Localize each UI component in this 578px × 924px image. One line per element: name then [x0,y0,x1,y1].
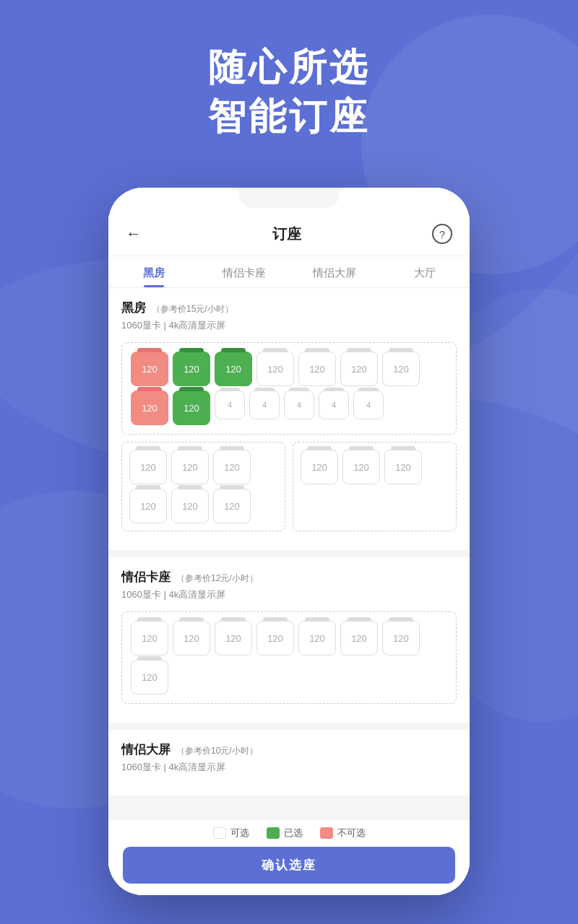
seat-l1-3[interactable]: 120 [213,450,251,484]
legend-available: 可选 [213,827,249,840]
tab-heifang[interactable]: 黑房 [108,256,199,287]
seat-1-3[interactable]: 120 [215,352,252,386]
legend-selected-label: 已选 [284,827,303,840]
section-heifang: 黑房 （参考价15元/小时） 1060显卡 | 4k高清显示屏 120 120 … [108,288,470,550]
seat-1-6[interactable]: 120 [340,352,378,386]
section-qinglv-kazuo-specs: 1060显卡 | 4k高清显示屏 [121,588,457,601]
hero-line1: 随心所选 [208,46,370,88]
seat-2-3[interactable]: 4 [215,391,245,419]
qinglv-kazuo-grid: 120 120 120 120 120 120 120 120 [121,611,457,704]
heifang-right-group: 120 120 120 [293,442,457,531]
phone-notch [238,188,340,208]
legend-available-label: 可选 [230,827,249,840]
tab-qinglv-daping[interactable]: 情侣大屏 [289,256,379,287]
legend-occupied-label: 不可选 [337,827,366,840]
bottom-bar: 可选 已选 不可选 确认选座 [108,819,470,895]
section-qinglv-daping: 情侣大屏 （参考价10元/小时） 1060显卡 | 4k高清显示屏 [108,730,470,796]
section-qinglv-kazuo: 情侣卡座 （参考价12元/小时） 1060显卡 | 4k高清显示屏 120 12… [108,557,470,723]
app-content: ← 订座 ? 黑房 情侣卡座 情侣大屏 大厅 黑房 （参考价15元/小时） 10… [108,188,470,895]
help-button[interactable]: ? [432,224,452,244]
hero-line2: 智能订座 [208,95,370,137]
heifang-grid-two-col: 120 120 120 120 120 120 120 [121,442,457,531]
legend: 可选 已选 不可选 [123,827,455,840]
seat-2-4[interactable]: 4 [249,391,280,419]
section-qinglv-kazuo-title: 情侣卡座 （参考价12元/小时） [121,569,457,585]
section-qinglv-daping-title: 情侣大屏 （参考价10元/小时） [121,741,457,758]
phone-mockup: ← 订座 ? 黑房 情侣卡座 情侣大屏 大厅 黑房 （参考价15元/小时） 10… [108,188,470,895]
seat-1-2[interactable]: 120 [173,352,210,386]
qk-seat-2[interactable]: 120 [173,621,210,655]
seat-1-1[interactable]: 120 [131,352,168,386]
section-heifang-specs: 1060显卡 | 4k高清显示屏 [121,319,457,332]
section-heifang-title: 黑房 （参考价15元/小时） [121,300,457,316]
seat-row-2: 120 120 4 4 4 4 4 [131,391,447,425]
qk-seat-4[interactable]: 120 [256,621,294,655]
qk-seat-6[interactable]: 120 [340,621,378,655]
tab-qinglv-kazuo[interactable]: 情侣卡座 [199,256,289,287]
seat-r1-1[interactable]: 120 [301,450,338,484]
qk-seat-5[interactable]: 120 [298,621,336,655]
confirm-button[interactable]: 确认选座 [123,847,455,884]
qk-seat-8[interactable]: 120 [131,660,168,694]
heifang-left-group: 120 120 120 120 120 120 [121,442,285,531]
seat-l1-2[interactable]: 120 [171,450,209,484]
qk-seat-3[interactable]: 120 [215,621,252,655]
seat-l1-1[interactable]: 120 [129,450,167,484]
seat-2-2[interactable]: 120 [173,391,210,425]
seat-2-7[interactable]: 4 [353,391,384,419]
scroll-area[interactable]: 黑房 （参考价15元/小时） 1060显卡 | 4k高清显示屏 120 120 … [108,288,470,895]
back-button[interactable]: ← [126,225,142,243]
seat-l2-1[interactable]: 120 [129,489,167,523]
hero-section: 随心所选 智能订座 [0,43,578,141]
seat-2-5[interactable]: 4 [284,391,314,419]
seat-row-1: 120 120 120 120 120 120 120 [131,352,447,386]
header-title: 订座 [272,225,301,244]
qk-seat-1[interactable]: 120 [131,621,168,655]
seat-1-5[interactable]: 120 [298,352,336,386]
legend-occupied: 不可选 [320,827,366,840]
seat-2-6[interactable]: 4 [319,391,349,419]
seat-2-1[interactable]: 120 [131,391,168,425]
heifang-grid-main: 120 120 120 120 120 120 120 120 120 4 4 [121,342,457,435]
seat-r1-2[interactable]: 120 [342,450,380,484]
seat-1-7[interactable]: 120 [382,352,420,386]
section-qinglv-daping-specs: 1060显卡 | 4k高清显示屏 [121,761,457,774]
legend-selected: 已选 [267,827,303,840]
seat-l2-3[interactable]: 120 [213,489,251,523]
tabs-bar: 黑房 情侣卡座 情侣大屏 大厅 [108,256,470,288]
legend-box-selected [267,827,280,839]
seat-r1-3[interactable]: 120 [384,450,422,484]
legend-box-occupied [320,827,333,839]
seat-1-4[interactable]: 120 [256,352,294,386]
qk-seat-7[interactable]: 120 [382,621,420,655]
seat-l2-2[interactable]: 120 [171,489,209,523]
qinglv-kazuo-row-1: 120 120 120 120 120 120 120 120 [131,621,447,694]
tab-dating[interactable]: 大厅 [379,256,470,287]
legend-box-available [213,827,226,839]
